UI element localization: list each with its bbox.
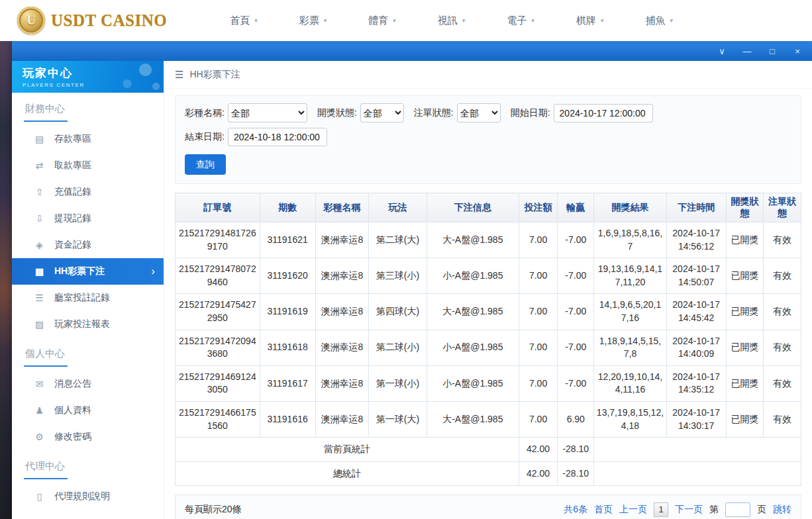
chevron-down-icon: ▾ <box>254 17 258 24</box>
nav-item[interactable]: 棋牌 ▾ <box>576 15 604 27</box>
total-summary-amount: 42.00 <box>519 461 558 486</box>
goto-suffix: 页 <box>757 504 766 516</box>
first-page-link[interactable]: 首页 <box>594 504 613 516</box>
end-date-label: 結束日期: <box>185 131 225 143</box>
cell-period: 31191621 <box>260 222 315 258</box>
draw-status-filter: 開獎狀態: 全部 <box>317 103 404 122</box>
sidebar-item-hh-lottery-bets[interactable]: ▦ HH彩票下注 › <box>12 258 164 285</box>
draw-status-filter-label: 開獎狀態: <box>317 107 357 119</box>
window-close-button[interactable]: × <box>793 47 802 56</box>
cell-time: 2024-10-17 14:50:07 <box>666 258 726 294</box>
window-minimize-button[interactable]: — <box>742 47 752 56</box>
total-summary-empty <box>594 461 801 486</box>
pagination-bar: 每頁顯示20條 共6条 首页 上一页 1 下一页 第 页 跳转 <box>175 495 801 519</box>
brand-logo[interactable]: U USDT CASINO <box>17 7 167 34</box>
cell-bet-info: 大-A盤@1.985 <box>427 401 519 437</box>
cell-amount: 7.00 <box>519 401 558 437</box>
nav-item[interactable]: 首頁 ▾ <box>230 15 258 27</box>
sidebar-item-player-bet-report[interactable]: ▨ 玩家投注報表 <box>12 311 164 338</box>
cell-bet-info: 小-A盤@1.985 <box>427 258 519 294</box>
cell-amount: 7.00 <box>519 294 558 330</box>
sidebar-item-withdraw[interactable]: ⇄ 取款專區 <box>12 152 164 179</box>
sidebar-item-deposit[interactable]: ▤ 存款專區 <box>12 126 164 152</box>
goto-page-input[interactable] <box>725 502 750 517</box>
page-summary-empty <box>594 438 801 462</box>
order-status-select[interactable]: 全部 <box>457 103 501 122</box>
search-button[interactable]: 查詢 <box>185 154 226 175</box>
nav-item-label: 電子 <box>507 15 527 27</box>
total-summary-row: 總統計 42.00 -28.10 <box>176 461 801 486</box>
sidebar-item-change-password[interactable]: ⚙ 修改密碼 <box>12 424 164 450</box>
cell-time: 2024-10-17 14:35:12 <box>666 365 726 401</box>
nav-item-label: 體育 <box>368 15 388 27</box>
column-header-result: 開獎結果 <box>594 193 667 222</box>
table-row: 2152172914780729460 31191620 澳洲幸运8 第三球(小… <box>176 258 801 294</box>
filter-panel: 彩種名稱: 全部 開獎狀態: 全部 注單狀態: <box>175 95 801 184</box>
cell-bet-info: 大-A盤@1.985 <box>427 294 519 330</box>
nav-item[interactable]: 視訊 ▾ <box>438 15 466 27</box>
sidebar-item-label: 廳室投註記錄 <box>54 292 110 304</box>
cell-order: 2152172914720943680 <box>176 330 260 365</box>
nav-item-label: 首頁 <box>230 15 250 27</box>
column-header-time: 下注時間 <box>666 193 726 222</box>
cell-order-status: 有效 <box>764 401 801 437</box>
sidebar-item-fund-records[interactable]: ◈ 資金記錄 <box>12 232 164 258</box>
cell-bet-info: 小-A盤@1.985 <box>427 330 519 365</box>
sidebar-item-announcements[interactable]: ✉ 消息公告 <box>12 371 164 397</box>
lottery-select[interactable]: 全部 <box>228 103 307 122</box>
goto-button[interactable]: 跳转 <box>773 504 791 516</box>
column-header-lottery: 彩種名稱 <box>315 193 368 222</box>
profile-icon: ♟ <box>34 405 45 416</box>
sidebar-item-agent-rules[interactable]: ▯ 代理規則說明 <box>12 483 164 510</box>
window-maximize-button[interactable]: □ <box>768 47 777 56</box>
table-row: 2152172914754272950 31191619 澳洲幸运8 第四球(大… <box>176 294 801 330</box>
chevron-down-icon: ▾ <box>324 17 327 24</box>
sidebar-item-label: 提現記錄 <box>54 212 91 224</box>
current-page[interactable]: 1 <box>654 502 668 517</box>
withdrawal-record-icon: ⇩ <box>34 213 45 224</box>
nav-item[interactable]: 體育 ▾ <box>368 15 396 27</box>
window-collapse-icon[interactable]: ∨ <box>717 47 727 56</box>
cell-play: 第三球(小) <box>368 258 427 294</box>
page-summary-winloss: -28.10 <box>558 438 594 462</box>
sidebar-item-label: 代理規則說明 <box>54 491 110 502</box>
hall-record-icon: ☰ <box>34 293 45 303</box>
cell-draw-status: 已開獎 <box>726 330 764 365</box>
cell-order-status: 有效 <box>764 294 801 330</box>
menu-icon[interactable]: ☰ <box>175 69 183 81</box>
nav-item[interactable]: 彩票 ▾ <box>299 15 327 27</box>
cell-play: 第二球(大) <box>368 222 427 258</box>
next-page-link[interactable]: 下一页 <box>675 504 703 516</box>
sidebar-item-label: 資金記錄 <box>54 239 91 251</box>
sidebar-item-hall-bet-records[interactable]: ☰ 廳室投註記錄 <box>12 285 164 311</box>
sidebar-item-recharge-records[interactable]: ⇧ 充值記錄 <box>12 179 164 205</box>
bets-table: 訂單號 期數 彩種名稱 玩法 下注信息 投注額 輸贏 開獎結果 下注時間 開獎狀… <box>175 193 801 486</box>
sidebar-header: 玩家中心 PLAYERS CENTER <box>12 61 164 93</box>
cell-order-status: 有效 <box>764 258 801 294</box>
column-header-amount: 投注額 <box>519 193 558 222</box>
total-summary-label: 總統計 <box>176 461 519 486</box>
cell-lottery: 澳洲幸运8 <box>315 258 368 294</box>
page-background-strip <box>0 41 12 519</box>
nav-item[interactable]: 捕魚 ▾ <box>645 15 673 27</box>
sidebar-item-profile[interactable]: ♟ 個人資料 <box>12 397 164 424</box>
end-date-input[interactable] <box>228 128 327 146</box>
top-navbar: U USDT CASINO 首頁 ▾ 彩票 ▾ 體育 ▾ 視訊 ▾ <box>0 0 812 41</box>
total-summary-winloss: -28.10 <box>558 461 594 486</box>
prev-page-link[interactable]: 上一页 <box>619 504 647 516</box>
sidebar-item-label: 個人資料 <box>54 404 91 416</box>
cell-play: 第一球(小) <box>368 365 427 401</box>
chevron-down-icon: ▾ <box>462 17 466 24</box>
breadcrumb: ☰ HH彩票下注 <box>164 61 812 89</box>
table-row: 2152172914817269170 31191621 澳洲幸运8 第二球(大… <box>176 222 801 258</box>
sidebar-item-withdrawal-records[interactable]: ⇩ 提現記錄 <box>12 205 164 232</box>
pagination-controls: 共6条 首页 上一页 1 下一页 第 页 跳转 <box>564 502 791 517</box>
nav-item[interactable]: 電子 ▾ <box>507 15 534 27</box>
start-date-input[interactable] <box>554 104 653 122</box>
draw-status-select[interactable]: 全部 <box>360 103 404 122</box>
sidebar-section-finance: 財務中心 <box>12 93 164 126</box>
cell-order: 2152172914817269170 <box>176 222 260 258</box>
sidebar-item-label: 修改密碼 <box>54 431 91 443</box>
column-header-winloss: 輸贏 <box>558 193 594 222</box>
cell-draw-status: 已開獎 <box>726 294 764 330</box>
